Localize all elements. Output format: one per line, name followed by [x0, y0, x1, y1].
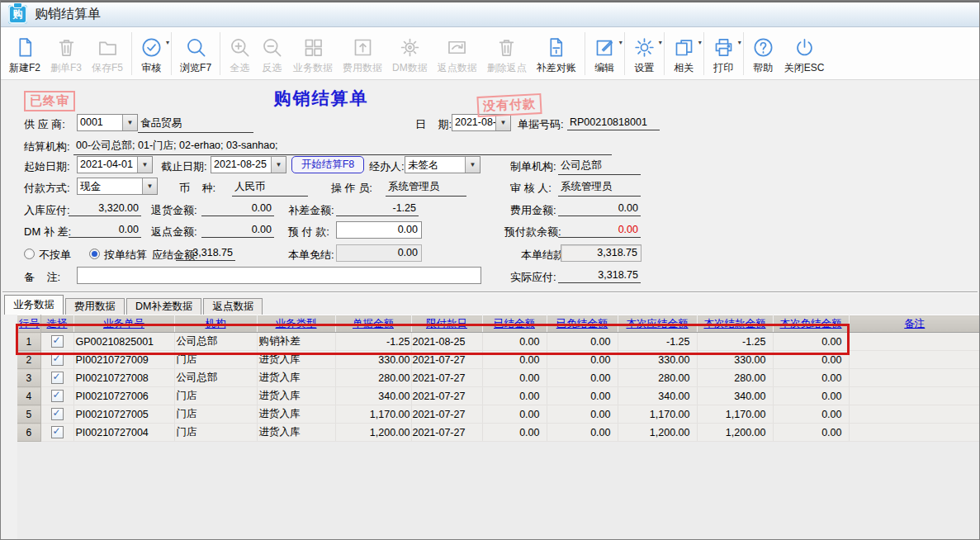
cell: 0.00 [547, 333, 618, 351]
column-header-5[interactable]: 业务类型 [257, 315, 335, 333]
row-number[interactable]: 2 [17, 351, 40, 369]
column-header-9[interactable]: 已免结金额 [547, 315, 618, 333]
column-header-3[interactable]: 业务单号 [73, 315, 174, 333]
cell: 0.00 [773, 369, 849, 387]
column-header-12[interactable]: 本次免结金额 [773, 315, 849, 333]
settle-org-label: 结算机构: [24, 140, 70, 154]
row-checkbox[interactable] [51, 335, 64, 348]
radio-by-doc-label[interactable]: 按单结算 [104, 248, 147, 263]
row-number[interactable]: 5 [17, 405, 40, 424]
dropdown-caret-icon[interactable]: ▾ [738, 39, 741, 46]
toolbar-button-gear[interactable]: ▾设置 [628, 28, 660, 79]
cell: 进货入库 [257, 351, 335, 369]
column-header-10[interactable]: 本次应结金额 [618, 315, 697, 333]
toolbar-button-label: 编辑 [594, 61, 614, 75]
column-header-4[interactable]: 机构 [174, 315, 257, 333]
cell: 1,170.00 [335, 405, 411, 424]
row-checkbox[interactable] [51, 390, 64, 402]
tab-4[interactable]: 返点数据 [203, 298, 263, 315]
remark-input[interactable] [77, 267, 481, 284]
operator-label: 操 作 员: [331, 181, 372, 196]
diff-amt-label: 补差金额: [288, 203, 334, 218]
toolbar-button-printer[interactable]: ▾打印 [708, 28, 740, 79]
dropdown-caret-icon[interactable]: ▾ [619, 39, 623, 46]
start-date-combo[interactable]: 2021-04-01 ▼ [77, 156, 153, 173]
doc-no-value: RP00210818001 [567, 116, 660, 130]
column-header-2[interactable]: 选择 [40, 315, 73, 333]
radio-not-by-doc-label[interactable]: 不按单 [39, 248, 71, 263]
toolbar-button-label: 新建F2 [9, 61, 40, 75]
row-checkbox[interactable] [51, 372, 64, 384]
row-number[interactable]: 3 [17, 369, 40, 387]
toolbar-button-doc-check[interactable]: 补差对账 [532, 28, 581, 79]
prepay-input[interactable]: 0.00 [336, 221, 422, 239]
cell: PI00210727004 [73, 424, 174, 442]
prepay-label: 预 付 款: [288, 225, 329, 239]
chevron-down-icon[interactable]: ▼ [465, 157, 480, 173]
column-header-8[interactable]: 已结金额 [482, 315, 547, 333]
column-header-1[interactable]: 行号 [17, 315, 40, 333]
supplier-name: 食品贸易 [138, 116, 253, 133]
dropdown-caret-icon[interactable]: ▾ [659, 39, 662, 46]
radio-not-by-doc[interactable] [24, 249, 35, 259]
toolbar-button-label: 删单F3 [50, 61, 82, 75]
toolbar-button-help[interactable]: 帮助 [747, 28, 779, 79]
table-row[interactable]: 3PI00210727008公司总部进货入库280.002021-07-270.… [17, 369, 980, 387]
cell: 340.00 [697, 387, 773, 405]
toolbar-button-label: 费用数据 [343, 61, 382, 75]
row-number[interactable]: 1 [17, 333, 40, 351]
column-header-13[interactable]: 备注 [849, 315, 980, 333]
chevron-down-icon[interactable]: ▼ [142, 178, 157, 194]
this-settle-input[interactable]: 3,318.75 [561, 244, 641, 262]
cell: 0.00 [482, 424, 547, 442]
toolbar-button-windows[interactable]: ▾相关 [668, 28, 700, 79]
chevron-down-icon[interactable]: ▼ [122, 115, 137, 130]
app-window: 购 购销结算单 新建F2删单F3保存F5▾审核浏览F7全选反选业务数据费用数据D… [0, 0, 980, 540]
agent-combo[interactable]: 未签名 ▼ [405, 156, 481, 173]
dropdown-caret-icon[interactable]: ▾ [698, 39, 702, 46]
cell: 门店 [174, 405, 257, 424]
radio-by-doc[interactable] [89, 249, 100, 259]
row-checkbox[interactable] [51, 353, 64, 366]
table-row[interactable]: 5PI00210727005门店进货入库1,170.002021-07-270.… [17, 405, 980, 424]
table-header-row: 行号选择业务单号机构业务类型单据金额限付款日已结金额已免结金额本次应结金额本次结… [17, 315, 980, 333]
toolbar-button-label: 审核 [142, 61, 162, 75]
operator-value: 系统管理员 [386, 180, 466, 197]
toolbar-button-power[interactable]: 关闭ESC [779, 28, 830, 79]
toolbar: 新建F2删单F3保存F5▾审核浏览F7全选反选业务数据费用数据DM数据返点数据删… [1, 27, 979, 80]
chevron-down-icon[interactable]: ▼ [137, 157, 152, 173]
toolbar-button-search[interactable]: 浏览F7 [175, 28, 216, 79]
row-checkbox[interactable] [51, 426, 64, 438]
tab-3[interactable]: DM补差数据 [126, 298, 201, 315]
column-header-11[interactable]: 本次结款金额 [697, 315, 773, 333]
free-amt-input[interactable]: 0.00 [336, 244, 422, 262]
table-row[interactable]: 1GP00210825001公司总部购销补差-1.252021-08-250.0… [17, 333, 980, 351]
tab-2[interactable]: 费用数据 [65, 298, 125, 315]
row-checkbox[interactable] [51, 408, 64, 420]
start-settlement-button[interactable]: 开始结算F8 [291, 156, 364, 173]
table-row[interactable]: 2PI00210727009门店进货入库330.002021-07-270.00… [17, 351, 980, 369]
toolbar-button-edit[interactable]: ▾编辑 [589, 28, 621, 79]
supplier-combo[interactable]: 0001 ▼ [77, 114, 138, 131]
row-number[interactable]: 4 [17, 387, 40, 405]
chevron-down-icon[interactable]: ▼ [495, 115, 510, 130]
end-date-combo[interactable]: 2021-08-25 ▼ [211, 156, 286, 173]
table-row[interactable]: 6PI00210727004门店进货入库1,200.002021-07-270.… [17, 424, 980, 442]
column-header-7[interactable]: 限付款日 [411, 315, 482, 333]
row-number[interactable]: 6 [17, 424, 40, 442]
pay-method-combo[interactable]: 现金 ▼ [77, 178, 158, 195]
app-icon: 购 [8, 5, 27, 24]
table-row[interactable]: 4PI00210727006门店进货入库340.002021-07-270.00… [17, 387, 980, 405]
chevron-down-icon[interactable]: ▼ [271, 157, 286, 173]
cell: 0.00 [773, 387, 849, 405]
toolbar-button-check-circle[interactable]: ▾审核 [135, 28, 168, 79]
column-header-6[interactable]: 单据金额 [335, 315, 411, 333]
toolbar-separator [220, 32, 220, 75]
tab-1[interactable]: 业务数据 [4, 295, 64, 315]
toolbar-button-new-doc[interactable]: 新建F2 [4, 28, 45, 79]
toolbar-button-grid: 业务数据 [288, 28, 338, 79]
title-bar: 购 购销结算单 [1, 1, 979, 27]
maker-org-label: 制单机构: [510, 159, 556, 174]
settle-org-value: 00-公司总部; 01-门店; 02-erhao; 03-sanhao; [73, 139, 612, 155]
dropdown-caret-icon[interactable]: ▾ [166, 39, 169, 46]
